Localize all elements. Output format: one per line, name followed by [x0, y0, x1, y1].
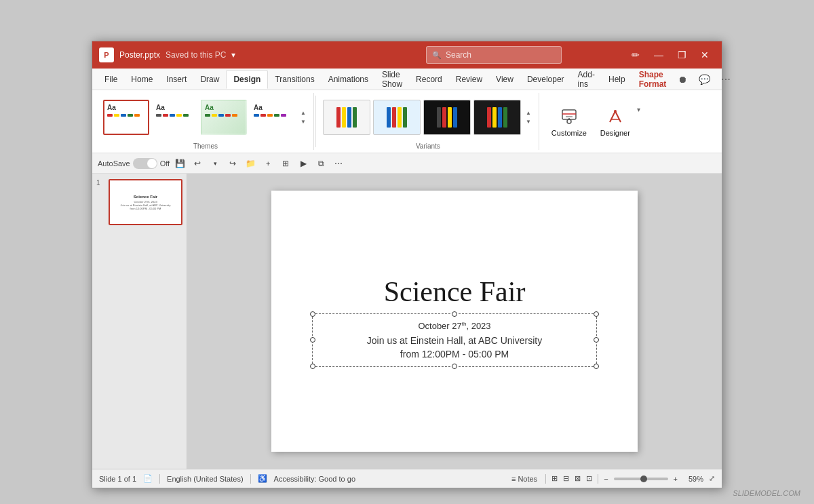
slide-textbox[interactable]: October 27th, 2023 Join us at Einstein H… — [312, 313, 597, 367]
tab-transitions[interactable]: Transitions — [268, 71, 321, 88]
variants-scroll: ▲ ▼ — [524, 109, 533, 125]
undo-button[interactable]: ↩ — [190, 156, 205, 171]
redo-button[interactable]: ↪ — [225, 156, 240, 171]
themes-items: Aa Aa — [103, 93, 308, 141]
variant-2[interactable] — [373, 100, 421, 135]
date-year: , 2023 — [466, 321, 490, 331]
variants-scroll-down[interactable]: ▼ — [524, 118, 533, 125]
more-qa-button[interactable]: ⋯ — [331, 156, 346, 171]
close-button[interactable]: ✕ — [695, 47, 715, 63]
tab-record[interactable]: Record — [409, 71, 449, 88]
pen-icon[interactable]: ✏ — [625, 47, 646, 63]
ribbon-extras: ⏺ 💬 ⋯ — [673, 70, 735, 89]
ribbon: File Home Insert Draw Design Transitions… — [92, 69, 722, 153]
zoom-percent[interactable]: 59% — [683, 475, 703, 483]
fit-slide-icon[interactable]: ⤢ — [709, 474, 715, 483]
more-options-button[interactable]: ⋯ — [716, 70, 735, 89]
slide-thumbnail[interactable]: Science Fair October 27th, 2023 Join us … — [109, 179, 182, 225]
new-slide-button[interactable]: + — [260, 156, 275, 171]
search-box[interactable]: 🔍 Search — [426, 46, 562, 64]
variants-scroll-up[interactable]: ▲ — [524, 109, 533, 117]
tab-animations[interactable]: Animations — [322, 71, 375, 88]
status-separator-1 — [159, 474, 160, 484]
zoom-slider[interactable] — [614, 478, 668, 480]
comments-button[interactable]: 💬 — [695, 70, 714, 89]
svg-point-5 — [614, 110, 617, 113]
zoom-decrease[interactable]: − — [604, 475, 608, 483]
tab-developer[interactable]: Developer — [520, 71, 571, 88]
theme-2[interactable]: Aa — [152, 100, 198, 135]
variants-items: ▲ ▼ — [323, 93, 533, 141]
app-icon: P — [99, 47, 114, 62]
slide-time: from 12:00PM - 05:00 PM — [326, 349, 583, 360]
designer-label: Designer — [600, 129, 630, 137]
minimize-button[interactable]: — — [648, 47, 669, 63]
autosave-switch[interactable] — [133, 158, 157, 169]
restore-button[interactable]: ❐ — [672, 47, 692, 63]
themes-scroll-up[interactable]: ▲ — [298, 109, 308, 117]
variant-1[interactable] — [323, 100, 370, 135]
variant-thumbnails — [323, 100, 521, 135]
handle-middle-right[interactable] — [594, 337, 599, 343]
designer-icon — [604, 106, 626, 128]
handle-top-right[interactable] — [594, 311, 599, 317]
tab-insert[interactable]: Insert — [159, 71, 193, 88]
status-bar: Slide 1 of 1 📄 English (United States) ♿… — [92, 469, 722, 488]
slide-canvas[interactable]: Science Fair October 27th, 2023 Join us … — [271, 191, 638, 452]
notes-button[interactable]: ≡ Notes — [509, 473, 540, 484]
saved-status: Saved to this PC — [166, 50, 226, 60]
handle-bottom-right[interactable] — [594, 364, 599, 369]
tab-review[interactable]: Review — [449, 71, 489, 88]
present-button[interactable]: ▶ — [296, 156, 311, 171]
normal-view-icon[interactable]: ⊞ — [551, 474, 558, 483]
customize-button[interactable]: Customize — [546, 103, 592, 140]
duplicate-button[interactable]: ⧉ — [313, 156, 328, 171]
reading-view-icon[interactable]: ⊠ — [575, 474, 581, 483]
dropdown-arrow[interactable]: ▾ — [231, 50, 235, 60]
svg-rect-0 — [562, 110, 576, 119]
handle-top-left[interactable] — [310, 311, 315, 317]
tab-home[interactable]: Home — [124, 71, 159, 88]
theme-3[interactable]: Aa — [201, 100, 247, 135]
slide-sorter-icon[interactable]: ⊟ — [563, 474, 569, 483]
search-icon: 🔍 — [432, 51, 442, 60]
undo-dropdown[interactable]: ▾ — [208, 156, 222, 171]
themes-group: Aa Aa — [98, 93, 314, 150]
tab-addins[interactable]: Add-ins — [571, 66, 602, 93]
slide-thumb-title: Science Fair — [121, 195, 171, 199]
slide-sorter-button[interactable]: ⊞ — [278, 156, 293, 171]
file-name: Poster.pptx — [119, 50, 160, 60]
designer-button[interactable]: Designer — [595, 103, 636, 140]
tab-help[interactable]: Help — [602, 71, 632, 88]
save-button[interactable]: 💾 — [172, 156, 187, 171]
designer-dropdown[interactable]: ▾ — [637, 106, 640, 113]
designer-items: Customize Designer — [546, 93, 640, 150]
tab-design[interactable]: Design — [226, 70, 268, 89]
presenter-view-icon[interactable]: ⊡ — [586, 474, 592, 483]
zoom-increase[interactable]: + — [674, 475, 678, 483]
tab-view[interactable]: View — [489, 71, 520, 88]
slide-info: Slide 1 of 1 — [99, 475, 136, 483]
title-bar-center: 🔍 Search — [362, 46, 625, 64]
handle-bottom-middle[interactable] — [452, 364, 457, 369]
themes-scroll-down[interactable]: ▼ — [298, 118, 308, 125]
variant-3[interactable] — [423, 100, 471, 135]
notes-icon: ≡ — [511, 475, 516, 483]
theme-4[interactable]: Aa — [250, 100, 296, 135]
tab-file[interactable]: File — [98, 71, 124, 88]
customize-label: Customize — [551, 129, 587, 137]
title-bar: P Poster.pptx Saved to this PC ▾ 🔍 Searc… — [92, 41, 722, 69]
accessibility-status: Accessibility: Good to go — [274, 475, 355, 483]
canvas-area: Science Fair October 27th, 2023 Join us … — [187, 174, 722, 469]
variant-4[interactable] — [473, 100, 521, 135]
handle-middle-left[interactable] — [310, 337, 315, 343]
record-button[interactable]: ⏺ — [673, 70, 692, 89]
theme-1[interactable]: Aa — [103, 100, 149, 135]
tab-shape-format[interactable]: Shape Format — [632, 66, 674, 93]
handle-bottom-left[interactable] — [310, 364, 315, 369]
handle-top-middle[interactable] — [452, 311, 457, 317]
tab-slideshow[interactable]: Slide Show — [375, 66, 409, 93]
open-button[interactable]: 📁 — [243, 156, 258, 171]
tab-draw[interactable]: Draw — [193, 71, 226, 88]
customize-icon — [558, 106, 580, 128]
